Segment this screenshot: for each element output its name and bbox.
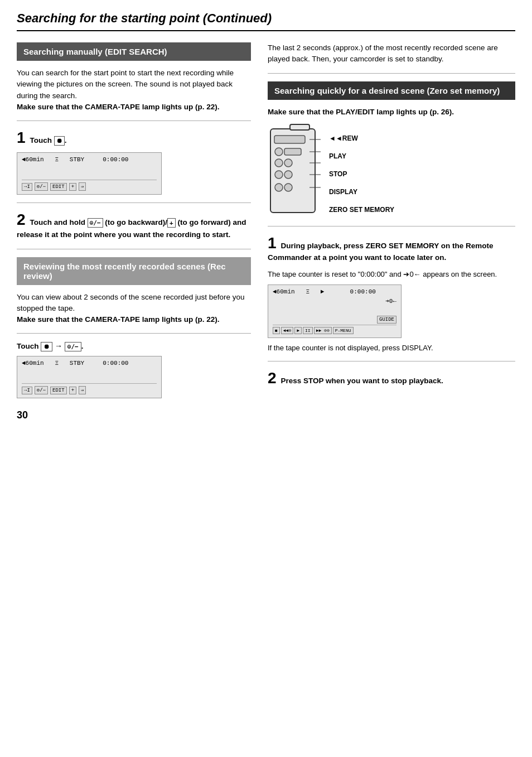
step1-number: 1 [17, 129, 26, 146]
step2-container: 2 Touch and hold ⊙/− (to go backward)/+ … [17, 211, 251, 241]
lcd1-bottom-bar: →I ⊙/− EDIT + ⇒ [22, 180, 157, 191]
lcd2-btn-fwd: ⇒ [79, 386, 86, 394]
lcd3-btn-stop: ■ [273, 327, 280, 334]
section2-header-text: Reviewing the most recently recorded sce… [23, 262, 226, 281]
section2-body-text: You can view about 2 seconds of the scen… [17, 293, 245, 312]
svg-rect-1 [290, 124, 309, 130]
step2-number: 2 [17, 211, 26, 228]
right-bold-note-text: Make sure that the PLAY/EDIT lamp lights… [268, 108, 454, 116]
lcd1-btn-edit-minus: ⊙/− [35, 182, 48, 191]
label-stop: STOP [329, 170, 394, 178]
svg-point-10 [284, 184, 292, 191]
step2-text: Touch and hold ⊙/− (to go backward)/+ (t… [17, 218, 246, 239]
svg-point-9 [275, 184, 283, 191]
right-section-header: Searching quickly for a desired scene (Z… [268, 81, 515, 100]
section1-bold-note: Make sure that the CAMERA-TAPE lamp ligh… [17, 103, 220, 111]
svg-point-3 [275, 148, 283, 156]
camera-svg [268, 123, 323, 218]
lcd3-guide: GUIDE [273, 316, 396, 322]
label-rew: ◄◄REW [329, 134, 394, 142]
page-number: 30 [17, 409, 251, 421]
touch-label: Touch ⏺ → ⊙/−. [17, 341, 83, 350]
lcd3-guide-btn: GUIDE [377, 316, 396, 324]
divider4 [17, 333, 251, 334]
lcd-screen-2: ◄60min Ξ STBY 0:00:00 →I ⊙/− EDIT + ⇒ [17, 356, 162, 398]
lcd1-btn-back: →I [22, 183, 32, 191]
divider6 [268, 226, 515, 226]
step1-container: 1 Touch ⏺. [17, 129, 251, 147]
svg-point-7 [275, 171, 283, 179]
lcd3-btn-ff: ►► ⊙⊙ [314, 327, 332, 334]
section1-header-text: Searching manually (EDIT SEARCH) [23, 47, 167, 56]
stop-label-text: STOP [329, 170, 347, 178]
svg-point-8 [284, 171, 292, 179]
label-zero-set: ZERO SET MEMORY [329, 206, 394, 214]
section1-header: Searching manually (EDIT SEARCH) [17, 42, 251, 61]
lcd2-btn-edit: EDIT [50, 387, 67, 394]
right-section-bold-note: Make sure that the PLAY/EDIT lamp lights… [268, 107, 515, 118]
right-intro: The last 2 seconds (approx.) of the most… [268, 42, 515, 65]
lcd3-btn-rw: ◄◄⊙ [281, 327, 293, 334]
zero-set-label-text: ZERO SET MEMORY [329, 206, 394, 214]
section2-body: You can view about 2 seconds of the scen… [17, 292, 251, 326]
svg-rect-4 [284, 148, 301, 155]
right-step1-container: 1 During playback, press ZERO SET MEMORY… [268, 234, 515, 263]
section2-header: Reviewing the most recently recorded sce… [17, 257, 251, 285]
right-step1-text: During playback, press ZERO SET MEMORY o… [268, 242, 494, 262]
section2-bold-note: Make sure that the CAMERA-TAPE lamp ligh… [17, 315, 220, 324]
divider2 [17, 202, 251, 203]
svg-point-6 [284, 159, 292, 167]
lcd3-btn-menu: P-MENU [333, 327, 354, 334]
lcd3-bottom-bar: ■ ◄◄⊙ ► II ►► ⊙⊙ P-MENU [273, 325, 396, 334]
divider5 [268, 73, 515, 74]
lcd2-top-bar: ◄60min Ξ STBY 0:00:00 [22, 360, 128, 367]
label-display: DISPLAY [329, 188, 394, 196]
touch-arrow-line: Touch ⏺ → ⊙/−. [17, 341, 251, 350]
lcd2-btn-back: →I [22, 387, 32, 394]
section1-body-text: You can search for the start point to st… [17, 69, 234, 100]
lcd-screen-1: ◄60min Ξ STBY 0:00:00 →I ⊙/− EDIT + ⇒ [17, 152, 162, 195]
right-step2-container: 2 Press STOP when you want to stop playb… [268, 369, 515, 387]
right-step1-body: The tape counter is reset to "0:00:00" a… [268, 269, 515, 280]
right-step1-number: 1 [268, 234, 277, 252]
left-column: Searching manually (EDIT SEARCH) You can… [17, 42, 251, 421]
rew-label-text: ◄◄REW [329, 134, 358, 142]
lcd3-btn-pause: II [303, 327, 313, 334]
lcd3-mid-text: ➔0← [385, 298, 396, 305]
lcd3-btn-play: ► [294, 327, 302, 334]
lcd1-top-left: ◄60min Ξ STBY 0:00:00 [22, 156, 128, 163]
section1-body: You can search for the start point to st… [17, 67, 251, 113]
play-label-text: PLAY [329, 152, 346, 160]
lcd2-btn-edit-minus: ⊙/− [35, 386, 48, 394]
lcd3-mid: ➔0← [273, 297, 396, 305]
lcd2-btn-plus: + [69, 387, 76, 394]
svg-point-5 [275, 159, 283, 167]
lcd1-btn-edit: EDIT [50, 183, 67, 191]
label-play: PLAY [329, 152, 394, 160]
lcd1-btn-fwd: ⇒ [79, 182, 86, 191]
divider1 [17, 120, 251, 121]
right-column: The last 2 seconds (approx.) of the most… [268, 42, 515, 421]
lcd1-btn-plus: + [69, 183, 76, 191]
right-step1-note: If the tape counter is not displayed, pr… [268, 343, 515, 354]
lcd2-bottom-bar: →I ⊙/− EDIT + ⇒ [22, 383, 157, 394]
divider3 [17, 249, 251, 249]
svg-rect-2 [274, 136, 305, 143]
camera-labels: ◄◄REW PLAY STOP DISPLAY ZERO SET MEMORY [329, 123, 394, 214]
page-title: Searching for the starting point (Contin… [17, 11, 515, 31]
right-step2-text: Press STOP when you want to stop playbac… [280, 377, 443, 385]
right-section-header-text: Searching quickly for a desired scene (Z… [274, 86, 500, 95]
divider7 [268, 361, 515, 361]
lcd3-top-left: ◄60min Ξ ► 0:00:00 [273, 288, 376, 295]
step1-text: Touch ⏺. [30, 136, 66, 144]
camera-diagram: ◄◄REW PLAY STOP DISPLAY ZERO SET MEMORY [268, 123, 515, 218]
right-step2-number: 2 [268, 369, 277, 387]
display-label-text: DISPLAY [329, 188, 357, 196]
lcd-screen-3: ◄60min Ξ ► 0:00:00 ➔0← GUIDE ■ ◄◄⊙ ► II … [268, 285, 402, 338]
